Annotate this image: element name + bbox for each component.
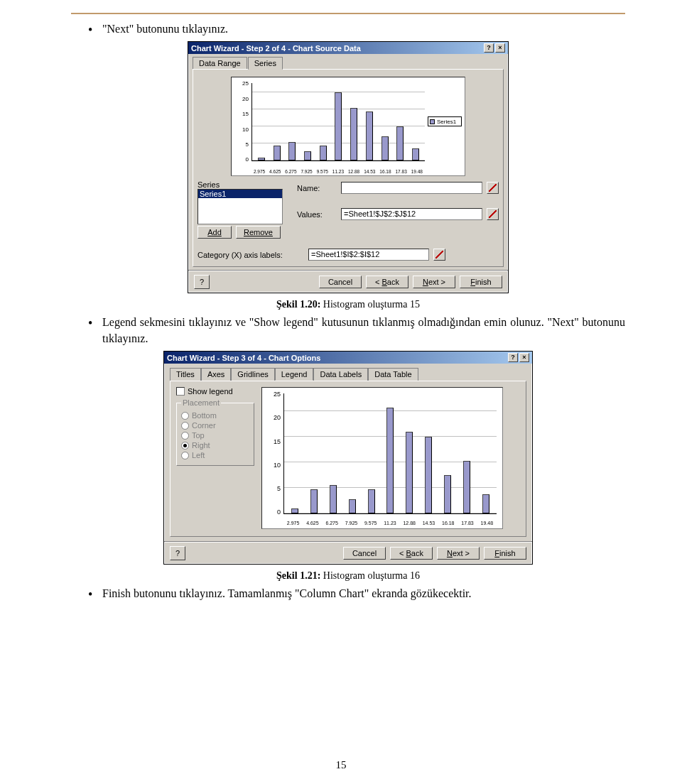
- tab-axes[interactable]: Axes: [201, 368, 231, 381]
- bullet-finish: Finish butonunu tıklayınız. Tamamlanmış …: [88, 586, 625, 601]
- help-button[interactable]: ?: [194, 275, 210, 289]
- x-axis-ticks: 2.9754.6256.2757.9259.57511.2312.8814.53…: [251, 169, 425, 174]
- radio-right[interactable]: Right: [181, 441, 249, 450]
- values-range-picker-icon[interactable]: [487, 208, 499, 220]
- help-icon[interactable]: ?: [484, 43, 494, 53]
- doc-bullet-list-2: Legend sekmesini tıklayınız ve "Show leg…: [88, 315, 625, 347]
- button-row-step2: ? Cancel < Back Next > Finish: [188, 271, 508, 293]
- doc-bullet-list-1: "Next" butonunu tıklayınız.: [88, 21, 625, 37]
- next-button-3[interactable]: Next >: [437, 547, 480, 560]
- bars-2: [284, 393, 497, 513]
- bullet-next-1: "Next" butonunu tıklayınız.: [88, 21, 625, 37]
- titlebar-title: Chart Wizard - Step 2 of 4 - Chart Sourc…: [191, 44, 361, 53]
- values-label: Values:: [297, 210, 337, 219]
- help-icon[interactable]: ?: [508, 353, 518, 362]
- y-axis-ticks: 0510152025: [233, 80, 249, 163]
- tab-data-labels[interactable]: Data Labels: [313, 368, 368, 381]
- titlebar-step3: Chart Wizard - Step 3 of 4 - Chart Optio…: [164, 352, 532, 364]
- bullet-legend: Legend sekmesini tıklayınız ve "Show leg…: [88, 315, 625, 347]
- plot-area-2: [283, 393, 497, 514]
- doc-bullet-list-3: Finish butonunu tıklayınız. Tamamlanmış …: [88, 586, 625, 601]
- radio-left[interactable]: Left: [181, 451, 249, 459]
- titlebar-title-3: Chart Wizard - Step 3 of 4 - Chart Optio…: [167, 354, 320, 362]
- close-icon[interactable]: ×: [519, 353, 529, 362]
- radio-top[interactable]: Top: [181, 431, 249, 440]
- category-x-field[interactable]: =Sheet1!$I$2:$I$12: [308, 249, 429, 261]
- next-button[interactable]: Next >: [413, 276, 455, 288]
- add-button[interactable]: Add: [197, 226, 232, 239]
- page-number: 15: [0, 759, 682, 771]
- checkbox-icon: [176, 387, 185, 396]
- catx-range-picker-icon[interactable]: [433, 249, 445, 261]
- top-rule: [71, 13, 625, 14]
- cancel-button[interactable]: Cancel: [319, 276, 362, 288]
- plot-area: [251, 83, 425, 161]
- y-axis-ticks-2: 0510152025: [266, 391, 281, 516]
- bars: [252, 83, 425, 160]
- chart-legend: Series1: [428, 116, 462, 126]
- name-label: Name:: [297, 184, 337, 192]
- placement-legend: Placement: [181, 398, 221, 407]
- tab-gridlines[interactable]: Gridlines: [231, 368, 274, 381]
- radio-bottom[interactable]: Bottom: [181, 411, 249, 420]
- placement-group: Placement Bottom Corner Top Right Left: [176, 398, 254, 466]
- close-icon[interactable]: ×: [495, 43, 505, 53]
- tab-data-table[interactable]: Data Table: [368, 368, 418, 381]
- chart-wizard-step3-dialog: Chart Wizard - Step 3 of 4 - Chart Optio…: [163, 351, 533, 565]
- category-x-label: Category (X) axis labels:: [197, 251, 304, 259]
- name-range-picker-icon[interactable]: [487, 182, 499, 194]
- finish-button-3[interactable]: Finish: [484, 547, 526, 560]
- tab-legend[interactable]: Legend: [275, 368, 314, 381]
- chart-wizard-step2-dialog: Chart Wizard - Step 2 of 4 - Chart Sourc…: [188, 41, 509, 293]
- back-button[interactable]: < Back: [366, 276, 408, 288]
- legend-label: Series1: [437, 119, 456, 125]
- tab-data-range[interactable]: Data Range: [193, 57, 247, 69]
- tab-titles[interactable]: Titles: [170, 368, 201, 381]
- caption-1: Şekil 1.20: Histogram oluşturma 15: [71, 299, 625, 310]
- x-axis-ticks-2: 2.9754.6256.2757.9259.57511.2312.8814.53…: [283, 521, 497, 526]
- help-button-3[interactable]: ?: [170, 546, 185, 560]
- caption-2: Şekil 1.21: Histogram oluşturma 16: [71, 570, 625, 582]
- remove-button[interactable]: Remove: [236, 226, 281, 239]
- values-field[interactable]: =Sheet1!$J$2:$J$12: [341, 208, 482, 220]
- show-legend-checkbox[interactable]: Show legend: [176, 387, 254, 396]
- button-row-step3: ? Cancel < Back Next > Finish: [164, 543, 532, 564]
- radio-corner[interactable]: Corner: [181, 421, 249, 430]
- finish-button[interactable]: Finish: [460, 276, 502, 288]
- titlebar-step2: Chart Wizard - Step 2 of 4 - Chart Sourc…: [188, 42, 508, 54]
- chart-preview-step3: 0510152025 2.9754.6256.2757.9259.57511.2…: [261, 387, 503, 529]
- series-listbox[interactable]: Series1: [197, 189, 283, 224]
- back-button-3[interactable]: < Back: [390, 547, 433, 560]
- series-label: Series: [197, 180, 290, 189]
- panel-series: 0510152025 2.9754.6256.2757.9259.57511.2…: [193, 69, 504, 267]
- chart-preview-step2: 0510152025 2.9754.6256.2757.9259.57511.2…: [231, 77, 465, 176]
- legend-swatch-icon: [430, 119, 435, 124]
- tab-series[interactable]: Series: [248, 57, 283, 70]
- name-field[interactable]: [341, 182, 482, 194]
- cancel-button-3[interactable]: Cancel: [343, 547, 386, 560]
- series-item[interactable]: Series1: [198, 190, 282, 198]
- tabstrip-step3: Titles Axes Gridlines Legend Data Labels…: [164, 364, 532, 381]
- panel-legend: Show legend Placement Bottom Corner Top …: [170, 381, 526, 537]
- tabstrip-step2: Data Range Series: [188, 54, 508, 69]
